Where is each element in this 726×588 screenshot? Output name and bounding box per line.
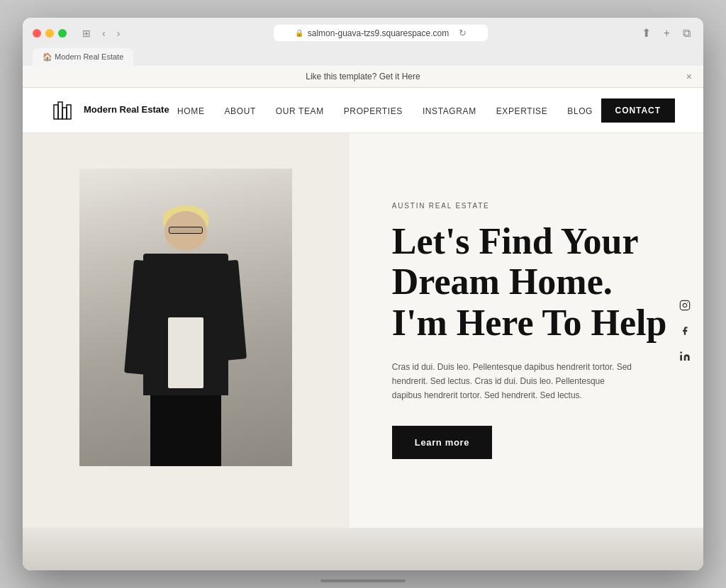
site-nav: Modern Real Estate HOME ABOUT OUR TEAM P… [23, 88, 703, 133]
nav-link-blog[interactable]: BLOG [567, 106, 593, 116]
person-pants [150, 395, 221, 466]
share-btn[interactable]: ⬆ [639, 25, 654, 41]
person-shirt [168, 317, 203, 388]
dot-red[interactable] [33, 29, 41, 38]
nav-links: HOME ABOUT OUR TEAM PROPERTIES INSTAGRAM… [177, 104, 593, 117]
nav-item-properties[interactable]: PROPERTIES [344, 104, 403, 117]
social-sidebar [678, 298, 692, 363]
logo-icon [51, 98, 77, 123]
nav-item-about[interactable]: ABOUT [225, 104, 256, 117]
new-tab-btn[interactable]: + [661, 26, 673, 41]
person-figure [115, 197, 257, 466]
browser-tab[interactable]: 🏠 Modern Real Estate [33, 48, 133, 66]
announcement-close-btn[interactable]: × [686, 71, 692, 82]
tabs-btn[interactable]: ⧉ [680, 26, 693, 41]
lock-icon: 🔒 [295, 29, 303, 37]
tab-favicon: 🏠 [43, 52, 52, 61]
person-head [164, 211, 207, 250]
learn-more-button[interactable]: Learn more [392, 426, 492, 459]
hero-subtitle: AUSTIN REAL ESTATE [392, 202, 668, 210]
nav-link-instagram[interactable]: INSTAGRAM [423, 106, 476, 116]
forward-btn[interactable]: › [114, 26, 123, 40]
website: Like this template? Get it Here × Modern… [23, 66, 703, 570]
nav-link-our-team[interactable]: OUR TEAM [276, 106, 324, 116]
hero-body-text: Cras id dui. Duis leo. Pellentesque dapi… [392, 360, 633, 403]
right-panel: AUSTIN REAL ESTATE Let's Find Your Dream… [350, 133, 703, 528]
url-text: salmon-guava-tzs9.squarespace.com [308, 28, 449, 38]
nav-link-about[interactable]: ABOUT [225, 106, 256, 116]
svg-rect-7 [680, 355, 682, 361]
facebook-icon[interactable] [678, 324, 692, 338]
browser-actions: ⬆ + ⧉ [639, 25, 693, 41]
contact-button[interactable]: CONTACT [601, 98, 676, 123]
browser-dots [33, 29, 67, 38]
nav-item-our-team[interactable]: OUR TEAM [276, 104, 324, 117]
svg-point-6 [687, 302, 688, 303]
hero-title: Let's Find Your Dream Home. I'm Here To … [392, 221, 668, 343]
left-panel [23, 133, 350, 528]
svg-rect-1 [58, 102, 62, 119]
browser-titlebar: ⊞ ‹ › 🔒 salmon-guava-tzs9.squarespace.co… [33, 25, 693, 48]
browser-window: ⊞ ‹ › 🔒 salmon-guava-tzs9.squarespace.co… [23, 18, 703, 570]
svg-rect-3 [67, 105, 71, 119]
browser-addressbar: 🔒 salmon-guava-tzs9.squarespace.com ↻ [130, 25, 631, 41]
dot-green[interactable] [58, 29, 67, 38]
sidebar-toggle-btn[interactable]: ⊞ [79, 26, 94, 40]
instagram-icon[interactable] [678, 298, 692, 312]
hero-image-container [79, 169, 292, 466]
svg-point-8 [680, 351, 682, 354]
svg-rect-4 [680, 300, 689, 310]
linkedin-icon[interactable] [678, 349, 692, 363]
site-logo[interactable]: Modern Real Estate [51, 98, 169, 123]
hero-image-person [79, 169, 292, 466]
nav-item-expertise[interactable]: EXPERTISE [496, 104, 548, 117]
browser-controls: ⊞ ‹ › [79, 26, 123, 40]
logo-text: Modern Real Estate [84, 104, 169, 116]
nav-link-expertise[interactable]: EXPERTISE [496, 106, 548, 116]
nav-item-blog[interactable]: BLOG [567, 104, 593, 117]
announcement-text: Like this template? Get it Here [306, 72, 420, 81]
refresh-icon[interactable]: ↻ [459, 28, 467, 38]
announcement-bar: Like this template? Get it Here × [23, 66, 703, 88]
nav-item-instagram[interactable]: INSTAGRAM [423, 104, 476, 117]
nav-link-properties[interactable]: PROPERTIES [344, 106, 403, 116]
browser-url-bar[interactable]: 🔒 salmon-guava-tzs9.squarespace.com ↻ [274, 25, 488, 41]
browser-chrome: ⊞ ‹ › 🔒 salmon-guava-tzs9.squarespace.co… [23, 18, 703, 66]
nav-item-home[interactable]: HOME [177, 104, 204, 117]
dot-yellow[interactable] [45, 29, 54, 38]
svg-rect-0 [54, 105, 58, 119]
back-btn[interactable]: ‹ [99, 26, 108, 40]
bottom-preview [23, 528, 703, 570]
svg-point-5 [683, 303, 686, 307]
site-main: AUSTIN REAL ESTATE Let's Find Your Dream… [23, 133, 703, 528]
svg-rect-2 [62, 108, 67, 119]
nav-link-home[interactable]: HOME [177, 106, 204, 116]
